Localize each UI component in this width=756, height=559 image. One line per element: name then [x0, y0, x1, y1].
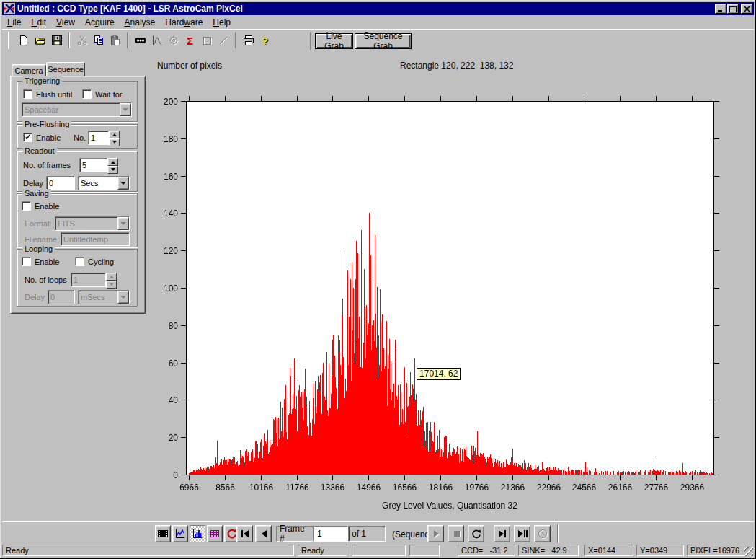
title-bar[interactable]: Untitled : CCD Type [KAF 1400] - LSR Ast… [2, 2, 754, 15]
spin-up-icon[interactable] [109, 131, 120, 138]
cut-button[interactable] [74, 32, 90, 49]
flush-until-checkbox[interactable] [23, 89, 32, 99]
looping-enable-label: Enable [35, 258, 59, 266]
spin-down-icon[interactable] [109, 138, 120, 146]
triggering-group-title: Triggering [22, 76, 62, 86]
chevron-down-icon[interactable] [120, 103, 131, 116]
spin-down-icon[interactable] [107, 166, 118, 174]
spin-up-icon[interactable] [106, 273, 117, 281]
main-toolbar: Σ ? Live Grab Sequence Grab [2, 29, 754, 51]
toolbar-separator [310, 32, 311, 50]
preflush-enable-label: Enable [36, 133, 61, 142]
loop-delay-label: Delay [25, 293, 45, 301]
line-graph-icon [174, 528, 186, 540]
looping-enable-checkbox[interactable] [22, 257, 31, 266]
frame-number-input[interactable] [314, 527, 347, 541]
looping-group: Looping Enable Cycling No. of loops 1 De… [17, 249, 138, 307]
next-frame-button[interactable] [494, 525, 510, 542]
image-view-button[interactable] [155, 525, 171, 542]
menu-item-file[interactable]: File [2, 17, 26, 28]
graph-view-button[interactable] [172, 525, 188, 542]
loops-spinner[interactable]: 1 [71, 273, 117, 287]
stop-button[interactable] [448, 525, 464, 542]
frames-spinner[interactable]: 5 [79, 158, 118, 172]
resize-grip[interactable] [744, 547, 753, 556]
settings-button[interactable] [165, 32, 182, 49]
preflush-count-spinner[interactable]: 1 [88, 131, 120, 145]
cycling-checkbox[interactable] [75, 257, 84, 266]
statistics-button[interactable]: Σ [182, 32, 198, 49]
loop-icon [471, 529, 481, 539]
menu-item-help[interactable]: Help [208, 17, 236, 28]
data-grid-icon [209, 528, 221, 540]
table-view-button[interactable] [207, 525, 223, 542]
sequence-grab-button[interactable]: Sequence Grab [355, 33, 412, 49]
menu-item-hardware[interactable]: Hardware [160, 17, 208, 28]
filename-input[interactable]: Untitledtemp [61, 232, 130, 246]
copy-icon [93, 35, 104, 46]
status-ccd-temp: CCD= -31.2 [458, 545, 515, 556]
menu-item-edit[interactable]: Edit [26, 17, 51, 28]
open-folder-icon [35, 35, 46, 46]
wait-for-checkbox[interactable] [82, 89, 92, 99]
help-button[interactable]: ? [257, 32, 273, 49]
menu-item-acquire[interactable]: Acquire [80, 17, 120, 28]
toolbar-separator [557, 524, 559, 543]
spin-down-icon[interactable] [106, 281, 117, 289]
loop-units-select[interactable]: mSecs [78, 290, 130, 304]
save-button[interactable] [48, 32, 65, 49]
status-x-coord: X=0144 [584, 545, 633, 556]
rectangle-tool-button[interactable] [198, 32, 215, 49]
line-tool-button[interactable] [215, 32, 231, 49]
paste-icon [110, 35, 121, 46]
play-to-end-button[interactable] [514, 525, 530, 542]
histogram-curve-button[interactable] [148, 32, 165, 49]
open-file-button[interactable] [32, 32, 48, 49]
loop-button[interactable] [468, 525, 484, 542]
help-icon: ? [262, 35, 268, 47]
preflush-no-label: No. [74, 133, 86, 142]
loop-delay-input[interactable]: 0 [48, 290, 75, 304]
ccd-frame-button[interactable] [132, 32, 148, 49]
format-select[interactable]: FITS [55, 216, 130, 231]
print-icon [243, 35, 254, 46]
histogram-view-button[interactable] [190, 525, 205, 542]
first-frame-button[interactable] [236, 525, 253, 542]
trigger-source-select[interactable]: Spacebar [22, 102, 132, 117]
tab-camera[interactable]: Camera [12, 64, 46, 76]
prev-frame-button[interactable] [255, 525, 272, 542]
check-icon: ✓ [25, 132, 32, 142]
preflush-enable-checkbox[interactable]: ✓ [23, 133, 32, 142]
chevron-down-icon[interactable] [117, 177, 129, 190]
delay-input[interactable]: 0 [46, 176, 75, 190]
play-button[interactable] [427, 525, 444, 542]
print-button[interactable] [240, 32, 257, 49]
tab-sequence[interactable]: Sequence [46, 62, 85, 76]
chevron-down-icon[interactable] [117, 217, 129, 230]
maximize-button[interactable] [727, 4, 739, 14]
live-grab-button[interactable]: Live Grab [315, 33, 353, 49]
copy-button[interactable] [90, 32, 107, 49]
saving-enable-checkbox[interactable] [22, 201, 31, 211]
delay-units-select[interactable]: Secs [78, 176, 130, 190]
histogram-plot[interactable] [154, 87, 756, 519]
minimize-button[interactable] [715, 4, 726, 14]
menu-item-view[interactable]: View [51, 17, 80, 28]
close-button[interactable] [741, 4, 752, 14]
histogram-chart: 17014, 62 [154, 87, 756, 519]
toolbar-grip [8, 32, 9, 49]
frame-toolbar: Frame # of 1 (Sequence) [2, 521, 754, 544]
close-icon [744, 6, 750, 12]
maximize-icon [729, 6, 737, 12]
paste-button[interactable] [107, 32, 123, 49]
chevron-down-icon[interactable] [117, 291, 129, 304]
timer-button[interactable] [534, 525, 551, 542]
window-title: Untitled : CCD Type [KAF 1400] - LSR Ast… [17, 4, 714, 14]
cycling-label: Cycling [88, 258, 114, 266]
menu-item-analyse[interactable]: Analyse [120, 17, 161, 28]
readout-group-title: Readout [22, 146, 57, 156]
app-icon [4, 3, 15, 14]
flush-until-label: Flush until [36, 90, 72, 99]
spin-up-icon[interactable] [107, 158, 118, 166]
new-document-button[interactable] [15, 32, 32, 49]
